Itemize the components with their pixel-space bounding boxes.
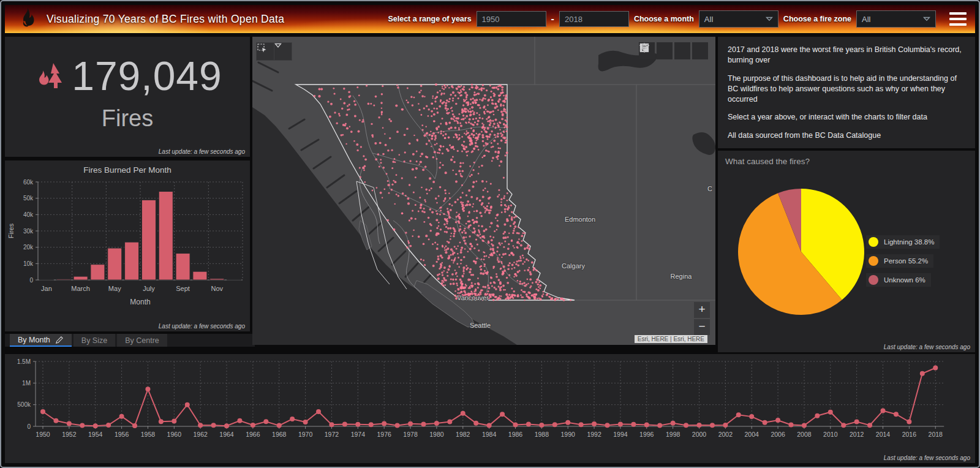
line-point-2012[interactable] xyxy=(854,420,859,425)
line-point-1965[interactable] xyxy=(237,418,242,423)
zoom-in-button[interactable]: + xyxy=(694,302,710,318)
line-point-1954[interactable] xyxy=(93,423,98,428)
line-point-2010[interactable] xyxy=(828,410,833,415)
legend-item-person[interactable]: Person 55.2% xyxy=(866,254,933,268)
line-point-1993[interactable] xyxy=(605,423,609,428)
line-point-2018[interactable] xyxy=(933,366,938,371)
line-point-1961[interactable] xyxy=(185,402,190,407)
map-select-tool-button[interactable] xyxy=(256,42,274,61)
line-point-1967[interactable] xyxy=(263,419,268,424)
tab-by-month[interactable]: By Month xyxy=(10,334,72,347)
legend-item-unknown[interactable]: Unknown 6% xyxy=(866,273,931,287)
line-point-1978[interactable] xyxy=(408,421,413,426)
year-to-input[interactable] xyxy=(559,11,629,27)
line-point-1982[interactable] xyxy=(461,411,466,416)
bar-nov[interactable] xyxy=(210,279,224,280)
zoom-out-button[interactable]: − xyxy=(694,319,710,335)
line-point-1966[interactable] xyxy=(251,423,255,428)
line-point-1998[interactable] xyxy=(671,421,676,426)
bc-fires-map[interactable]: EdmontonCalgaryReginaVancouverSeattleC xyxy=(252,37,715,345)
legend-item-lightning[interactable]: Lightning 38.8% xyxy=(866,235,940,249)
line-point-1976[interactable] xyxy=(382,421,386,426)
line-point-1953[interactable] xyxy=(80,423,85,428)
line-point-1957[interactable] xyxy=(132,423,137,428)
bar-jan[interactable] xyxy=(39,279,53,280)
line-point-1950[interactable] xyxy=(40,409,45,414)
line-point-1971[interactable] xyxy=(316,409,321,414)
map-canvas[interactable]: EdmontonCalgaryReginaVancouverSeattleC xyxy=(252,37,715,345)
line-point-2017[interactable] xyxy=(920,371,925,376)
basemap-gallery-button[interactable] xyxy=(692,42,708,59)
line-point-1991[interactable] xyxy=(579,422,584,427)
line-point-1955[interactable] xyxy=(106,423,111,428)
line-point-1963[interactable] xyxy=(211,423,216,428)
hectares-per-year-line-chart[interactable]: 0500k1M1.5M19501952195419561958196019621… xyxy=(5,354,975,451)
bar-dec[interactable] xyxy=(227,279,241,280)
line-point-1986[interactable] xyxy=(513,423,518,428)
line-point-1974[interactable] xyxy=(355,422,360,427)
line-point-2003[interactable] xyxy=(736,412,741,417)
bar-aug[interactable] xyxy=(159,191,173,280)
bar-may[interactable] xyxy=(108,248,122,280)
line-point-1987[interactable] xyxy=(526,421,531,426)
line-point-1979[interactable] xyxy=(421,421,426,426)
line-point-2014[interactable] xyxy=(881,409,886,413)
bar-march[interactable] xyxy=(74,276,88,280)
line-point-1968[interactable] xyxy=(277,423,282,428)
line-point-2016[interactable] xyxy=(907,420,911,425)
line-point-1975[interactable] xyxy=(369,422,374,427)
line-point-1995[interactable] xyxy=(631,422,636,427)
line-point-1972[interactable] xyxy=(329,422,334,427)
layers-button[interactable] xyxy=(674,42,690,59)
bar-sept[interactable] xyxy=(176,254,190,280)
line-point-1990[interactable] xyxy=(565,420,570,425)
map-tools-dropdown-button[interactable] xyxy=(274,42,292,61)
line-point-1981[interactable] xyxy=(447,420,452,425)
fires-per-month-bar-chart[interactable]: 010k20k30k40k50k60kJanMarchMayJulySeptNo… xyxy=(5,175,249,314)
line-point-2005[interactable] xyxy=(763,420,767,425)
zone-select[interactable]: All xyxy=(856,10,936,28)
bar-feb[interactable] xyxy=(56,279,70,280)
line-point-1989[interactable] xyxy=(552,422,557,427)
bar-oct[interactable] xyxy=(193,271,207,280)
line-point-1964[interactable] xyxy=(224,423,229,428)
line-point-1969[interactable] xyxy=(290,417,295,421)
line-point-2001[interactable] xyxy=(710,423,715,428)
line-point-2009[interactable] xyxy=(815,413,820,418)
line-point-1985[interactable] xyxy=(500,412,505,417)
line-point-1958[interactable] xyxy=(145,387,150,391)
line-point-1992[interactable] xyxy=(592,421,597,426)
line-point-1994[interactable] xyxy=(618,421,623,426)
tab-by-centre[interactable]: By Centre xyxy=(117,334,167,347)
line-point-2002[interactable] xyxy=(723,423,728,428)
line-point-1960[interactable] xyxy=(172,419,176,424)
menu-button[interactable] xyxy=(949,12,967,26)
line-point-1980[interactable] xyxy=(434,421,439,426)
bar-april[interactable] xyxy=(91,265,105,280)
line-point-1970[interactable] xyxy=(303,420,308,425)
line-point-2015[interactable] xyxy=(894,412,899,417)
line-point-1959[interactable] xyxy=(159,419,164,424)
line-point-2000[interactable] xyxy=(697,423,702,428)
line-point-1999[interactable] xyxy=(684,423,688,428)
line-point-2008[interactable] xyxy=(802,423,807,428)
line-point-2011[interactable] xyxy=(841,423,846,428)
line-point-1952[interactable] xyxy=(67,421,72,426)
year-from-input[interactable] xyxy=(477,11,546,27)
legend-button[interactable] xyxy=(657,42,673,59)
bar-july[interactable] xyxy=(141,200,156,280)
line-point-1973[interactable] xyxy=(342,421,347,426)
line-point-2006[interactable] xyxy=(775,418,780,423)
month-select[interactable]: All xyxy=(699,10,778,28)
line-point-1984[interactable] xyxy=(487,423,492,428)
bar-june[interactable] xyxy=(125,242,139,280)
line-point-1988[interactable] xyxy=(539,423,544,428)
line-point-2004[interactable] xyxy=(749,414,754,419)
line-point-1983[interactable] xyxy=(473,421,478,426)
line-point-2007[interactable] xyxy=(789,423,794,428)
line-point-2013[interactable] xyxy=(867,423,872,428)
line-point-1951[interactable] xyxy=(53,418,58,423)
line-point-1962[interactable] xyxy=(198,423,203,428)
line-point-1996[interactable] xyxy=(644,423,649,428)
line-point-1956[interactable] xyxy=(119,414,124,419)
